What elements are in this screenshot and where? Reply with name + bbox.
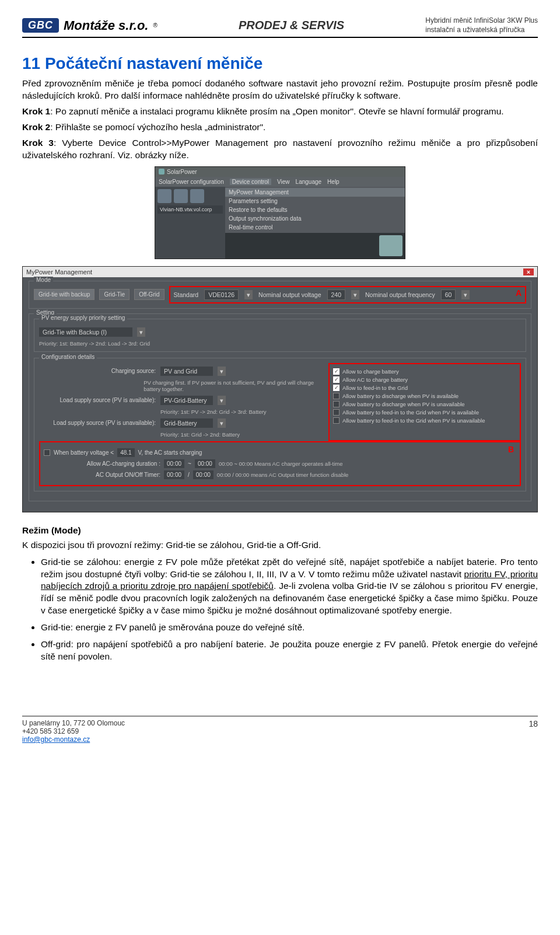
section-title: 11 Počáteční nastavení měniče xyxy=(22,54,538,73)
ss2-acdur-to[interactable]: 00:00 xyxy=(195,459,215,468)
ss1-menu-language[interactable]: Language xyxy=(296,179,322,185)
ss2-pv-option-dropdown[interactable]: Grid-Tie with Backup (I) xyxy=(39,327,132,337)
ss2-check-2-label: Allow AC to charge battery xyxy=(342,376,408,383)
ss2-check-5-label: Allow battery to discharge when PV is un… xyxy=(342,401,465,407)
intro-paragraph: Před zprovozněním měniče je třeba pomocí… xyxy=(22,78,538,102)
ss2-letter-b: B xyxy=(508,445,514,454)
mode-heading: Režim (Mode) xyxy=(22,525,538,536)
mode-item-2: Grid-tie: energie z FV panelů je směrová… xyxy=(41,622,538,634)
mode-item-1-a: Grid-tie se zálohou: energie z FV pole m… xyxy=(41,557,538,579)
ss2-load-avail-dropdown[interactable]: PV-Grid-Battery xyxy=(160,396,213,405)
ss2-pv-priority-text: Priority: 1st: Battery -> 2nd: Load -> 3… xyxy=(39,340,521,347)
ss2-batt-check[interactable] xyxy=(44,449,50,456)
doc-type: instalační a uživatelská příručka xyxy=(425,26,538,35)
ss2-check-4-label: Allow battery to discharge when PV is av… xyxy=(342,393,459,399)
tab-off-grid[interactable]: Off-Grid xyxy=(134,289,164,300)
ss1-menu-device-control[interactable]: Device control xyxy=(230,179,271,185)
company-text: Montáže s.r.o. xyxy=(64,18,148,33)
ss2-check-6[interactable] xyxy=(333,409,340,416)
ss2-highlight-a: Standard VDE0126▾ Nominal output voltage… xyxy=(169,286,526,303)
ss2-batt-unit: V, the AC starts charging xyxy=(138,449,202,456)
ss1-avatar-icon xyxy=(379,235,402,256)
page-header: GBC Montáže s.r.o. ® PRODEJ & SERVIS Hyb… xyxy=(22,16,538,38)
krok2-text: : Přihlašte se pomocí výchozího hesla „a… xyxy=(50,122,265,132)
ss2-batt-voltage-field[interactable]: 48.1 xyxy=(117,448,134,457)
ss1-submenu-sync[interactable]: Output synchronization data xyxy=(225,214,405,223)
chevron-down-icon[interactable]: ▾ xyxy=(137,327,145,337)
mode-item-3: Off-grid: pro napájení spotřebičů a pro … xyxy=(41,639,538,663)
ss1-menubar: SolarPower configuration Device control … xyxy=(155,177,405,187)
ss2-pv-priority-group: PV energy supply priority setting Grid-T… xyxy=(34,319,526,352)
ss2-config-group: Configuration details Charging source: P… xyxy=(34,358,526,491)
ss2-check-1[interactable]: ✓ xyxy=(333,368,340,375)
footer-email-link[interactable]: info@gbc-montaze.cz xyxy=(22,735,90,744)
tab-grid-tie-backup[interactable]: Grid-tie with backup xyxy=(34,289,94,300)
ss2-nof-dropdown[interactable]: 60 xyxy=(441,289,456,300)
ss1-menu-view[interactable]: View xyxy=(277,179,290,185)
ss2-load-unavail-dropdown[interactable]: Grid-Battery xyxy=(160,418,213,428)
close-icon[interactable]: × xyxy=(523,268,534,275)
ss1-submenu-mypower[interactable]: MyPower Management xyxy=(225,188,405,197)
ss2-load-unavail-note: Priority: 1st: Grid -> 2nd: Battery xyxy=(160,431,240,438)
ss1-tree-item[interactable]: Vivian-NB.vtw.vol.corp xyxy=(158,205,223,214)
chevron-down-icon[interactable]: ▾ xyxy=(218,396,226,405)
ss2-check-4[interactable] xyxy=(333,393,340,399)
ss1-toolbar-icon-2[interactable] xyxy=(174,189,188,203)
ss2-charging-source-dropdown[interactable]: PV and Grid xyxy=(160,367,213,376)
ss2-mode-group: Mode Grid-tie with backup Grid-Tie Off-G… xyxy=(29,281,531,309)
ss1-submenu-realtime[interactable]: Real-time control xyxy=(225,223,405,232)
ss2-check-2[interactable]: ✓ xyxy=(333,376,340,383)
ss2-charging-source-label: Charging source: xyxy=(39,368,156,374)
ss1-content-area xyxy=(225,233,405,259)
ss1-titlebar: SolarPower xyxy=(155,167,405,177)
ss2-standard-dropdown[interactable]: VDE0126 xyxy=(204,289,239,300)
chevron-down-icon[interactable]: ▾ xyxy=(461,290,470,299)
ss2-titlebar: MyPower Management × xyxy=(23,267,537,277)
krok3-text: : Vyberte Device Control>>MyPower Manage… xyxy=(22,138,538,160)
footer-phone: +420 585 312 659 xyxy=(22,727,125,735)
ss1-menu-config[interactable]: SolarPower configuration xyxy=(159,179,224,185)
ss2-acdur-note: 00:00 ~ 00:00 Means AC charger operates … xyxy=(219,460,343,467)
ss1-toolbar-icon-1[interactable] xyxy=(158,189,172,203)
ss1-submenu-restore[interactable]: Restore to the defaults xyxy=(225,205,405,214)
ss2-acdur-from[interactable]: 00:00 xyxy=(164,459,184,468)
ss2-load-avail-label: Load supply source (PV is available): xyxy=(39,397,156,403)
ss2-mode-label: Mode xyxy=(34,277,53,283)
krok3: Krok 3: Vyberte Device Control>>MyPower … xyxy=(22,137,538,162)
header-right: Hybridní měnič InfiniSolar 3KW Plus inst… xyxy=(425,16,538,34)
ss1-toolbar-icon-3[interactable] xyxy=(190,189,204,203)
ss2-load-unavail-label: Load supply source (PV is unavailable): xyxy=(39,420,156,426)
ss2-nov-dropdown[interactable]: 240 xyxy=(327,289,346,300)
ss1-submenu-params[interactable]: Parameters setting xyxy=(225,197,405,205)
ss2-setting-group: Setting PV energy supply priority settin… xyxy=(29,313,531,501)
ss2-actimer-label: AC Output ON/Off Timer: xyxy=(44,472,160,478)
ss2-check-6-label: Allow battery to feed-in to the Grid whe… xyxy=(342,409,479,416)
mode-intro: K dispozici jsou tři provozní režimy: Gr… xyxy=(22,539,538,552)
ss1-sidebar: Vivian-NB.vtw.vol.corp xyxy=(155,187,225,259)
ss2-actimer-to[interactable]: 00:00 xyxy=(193,470,214,479)
ss1-submenu: MyPower Management Parameters setting Re… xyxy=(225,187,405,233)
screenshot-2: MyPower Management × Mode Grid-tie with … xyxy=(22,266,538,512)
ss2-window-title: MyPower Management xyxy=(26,268,92,275)
chevron-down-icon[interactable]: ▾ xyxy=(351,290,359,299)
ss2-standard-label: Standard xyxy=(174,291,199,298)
tab-grid-tie[interactable]: Grid-Tie xyxy=(99,289,130,300)
ss2-highlight-b: B When battery voltage < 48.1 V, the AC … xyxy=(39,441,521,486)
chevron-down-icon[interactable]: ▾ xyxy=(218,418,226,428)
ss2-check-5[interactable] xyxy=(333,401,340,407)
screenshot-1: SolarPower SolarPower configuration Devi… xyxy=(155,166,405,259)
chevron-down-icon[interactable]: ▾ xyxy=(244,290,253,299)
ss2-check-3[interactable]: ✓ xyxy=(333,385,340,391)
product-name: Hybridní měnič InfiniSolar 3KW Plus xyxy=(425,16,538,26)
chevron-down-icon[interactable]: ▾ xyxy=(218,367,226,376)
footer-address: U panelárny 10, 772 00 Olomouc xyxy=(22,719,125,727)
ss2-check-1-label: Allow to charge battery xyxy=(342,368,399,375)
ss1-menu-help[interactable]: Help xyxy=(327,179,340,185)
krok1: Krok 1: Po zapnutí měniče a instalaci pr… xyxy=(22,106,538,118)
krok3-label: Krok 3 xyxy=(22,138,54,148)
ss2-config-label: Configuration details xyxy=(39,354,97,360)
ss2-checkbox-panel: ✓Allow to charge battery ✓Allow AC to ch… xyxy=(328,363,521,441)
ss2-check-7[interactable] xyxy=(333,417,340,424)
ss2-letter-a: A xyxy=(516,288,522,298)
ss2-actimer-from[interactable]: 00:00 xyxy=(164,470,184,479)
